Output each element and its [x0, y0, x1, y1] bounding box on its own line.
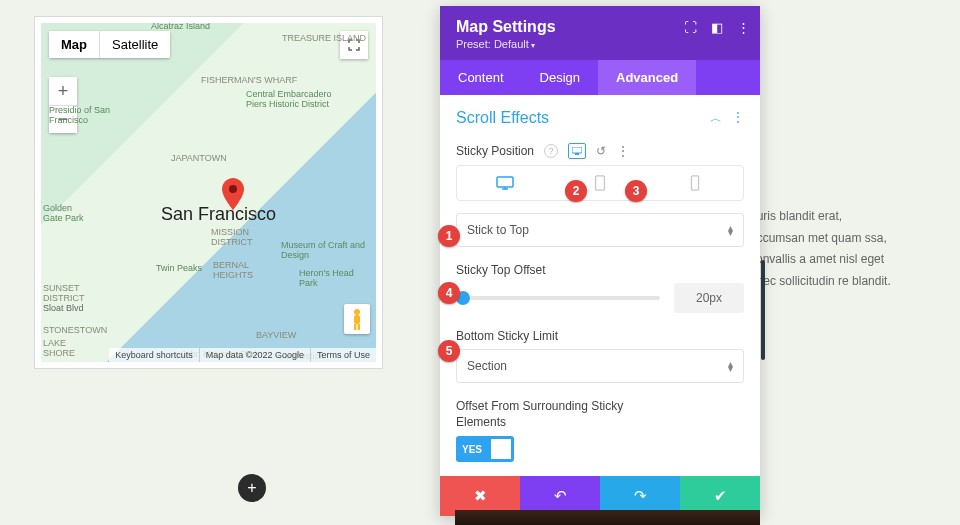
map-footer-terms[interactable]: Terms of Use — [310, 348, 376, 362]
offset-value[interactable]: 20px — [674, 283, 744, 313]
section-header[interactable]: Scroll Effects ︿ ⋮ — [440, 95, 760, 133]
collapse-icon[interactable]: ︿ — [710, 110, 722, 127]
map-label: STONESTOWN — [43, 325, 107, 335]
map-label: Presidio of San Francisco — [49, 106, 119, 126]
map-label: SUNSET DISTRICT — [43, 284, 93, 304]
updown-icon: ▴▾ — [728, 361, 733, 371]
tablet-icon — [591, 175, 609, 191]
map-type-map[interactable]: Map — [49, 31, 99, 58]
map-type-satellite[interactable]: Satellite — [99, 31, 170, 58]
bottom-limit-label: Bottom Sticky Limit — [456, 329, 558, 343]
redo-icon: ↷ — [634, 487, 647, 505]
field-more-icon[interactable]: ⋮ — [616, 143, 630, 159]
svg-rect-4 — [358, 324, 360, 330]
drag-icon[interactable]: ◧ — [711, 20, 723, 35]
svg-point-1 — [354, 309, 360, 315]
tab-advanced[interactable]: Advanced — [598, 60, 696, 95]
map-label: JAPANTOWN — [171, 153, 227, 163]
sticky-top-offset-label: Sticky Top Offset — [456, 263, 546, 277]
zoom-in-button[interactable]: + — [49, 77, 77, 105]
map-label: Heron's Head Park — [299, 269, 359, 289]
map-label: LAKE SHORE — [43, 339, 83, 359]
map-footer-kb[interactable]: Keyboard shortcuts — [109, 348, 199, 362]
reset-icon[interactable]: ↺ — [596, 144, 606, 158]
offset-surround-toggle[interactable]: YES — [456, 436, 514, 462]
callout-1: 1 — [438, 225, 460, 247]
map-label: MISSION DISTRICT — [211, 228, 271, 248]
callout-2: 2 — [565, 180, 587, 202]
map-label: TREASURE ISLAND — [282, 33, 366, 43]
svg-rect-6 — [575, 153, 579, 155]
updown-icon: ▴▾ — [728, 225, 733, 235]
map-label: Alcatraz Island — [151, 23, 210, 31]
scroll-handle[interactable] — [761, 260, 765, 360]
map-label: Museum of Craft and Design — [281, 241, 371, 261]
map-label: Central Embarcadero Piers Historic Distr… — [246, 90, 346, 110]
preset-selector[interactable]: Preset: Default — [456, 38, 744, 50]
callout-4: 4 — [438, 282, 460, 304]
desktop-icon — [496, 175, 514, 191]
map-label: Twin Peaks — [156, 263, 202, 273]
map-label: BAYVIEW — [256, 330, 296, 340]
panel-header: Map Settings Preset: Default ⛶ ◧ ⋮ — [440, 6, 760, 60]
sticky-position-label: Sticky Position — [456, 144, 534, 158]
phone-icon — [686, 175, 704, 191]
close-icon: ✖ — [474, 487, 487, 505]
map-pin-icon — [221, 178, 245, 202]
svg-point-0 — [229, 185, 237, 193]
map-label: Golden Gate Park — [43, 204, 93, 224]
offset-surround-label: Offset From Surrounding Sticky Elements — [456, 399, 636, 430]
svg-rect-3 — [354, 324, 356, 330]
map-label: FISHERMAN'S WHARF — [201, 75, 297, 85]
bottom-limit-select[interactable]: Section ▴▾ — [456, 349, 744, 383]
map-footer: Keyboard shortcuts Map data ©2022 Google… — [109, 348, 376, 362]
section-more-icon[interactable]: ⋮ — [732, 110, 744, 127]
callout-3: 3 — [625, 180, 647, 202]
more-icon[interactable]: ⋮ — [737, 20, 750, 35]
svg-rect-8 — [596, 176, 605, 190]
bottom-limit-value: Section — [467, 359, 507, 373]
callout-5: 5 — [438, 340, 460, 362]
undo-icon: ↶ — [554, 487, 567, 505]
map-footer-data: Map data ©2022 Google — [199, 348, 310, 362]
add-module-button[interactable]: + — [238, 474, 266, 502]
plus-icon: + — [247, 479, 256, 497]
stick-to-value: Stick to Top — [467, 223, 529, 237]
svg-rect-2 — [354, 315, 360, 324]
map-module: Map Satellite + − Alcatraz Island TREASU… — [34, 16, 383, 369]
svg-rect-9 — [692, 176, 699, 190]
toggle-knob — [491, 439, 511, 459]
map-label: BERNAL HEIGHTS — [213, 261, 263, 281]
panel-tabs: Content Design Advanced — [440, 60, 760, 95]
tab-design[interactable]: Design — [522, 60, 598, 95]
placeholder-text: auris blandit erat, accumsan met quam ss… — [750, 206, 900, 292]
svg-rect-5 — [572, 147, 582, 153]
hover-icon[interactable] — [568, 143, 586, 159]
tab-content[interactable]: Content — [440, 60, 522, 95]
pegman-icon — [349, 308, 365, 330]
check-icon: ✔ — [714, 487, 727, 505]
help-icon[interactable]: ? — [544, 144, 558, 158]
device-tabs — [456, 165, 744, 201]
device-phone[interactable] — [648, 166, 743, 200]
settings-panel: Map Settings Preset: Default ⛶ ◧ ⋮ Conte… — [440, 6, 760, 516]
focus-icon[interactable]: ⛶ — [684, 20, 697, 35]
pegman-button[interactable] — [344, 304, 370, 334]
map-canvas[interactable]: Map Satellite + − Alcatraz Island TREASU… — [41, 23, 376, 362]
image-preview — [455, 510, 760, 525]
svg-rect-7 — [497, 177, 513, 187]
toggle-yes-label: YES — [462, 444, 482, 455]
stick-to-select[interactable]: Stick to Top ▴▾ — [456, 213, 744, 247]
map-type-toggle: Map Satellite — [49, 31, 170, 58]
map-city-label: San Francisco — [161, 204, 276, 225]
map-label: Sloat Blvd — [43, 303, 84, 313]
section-title: Scroll Effects — [456, 109, 549, 127]
offset-slider[interactable] — [456, 296, 660, 300]
device-desktop[interactable] — [457, 166, 552, 200]
